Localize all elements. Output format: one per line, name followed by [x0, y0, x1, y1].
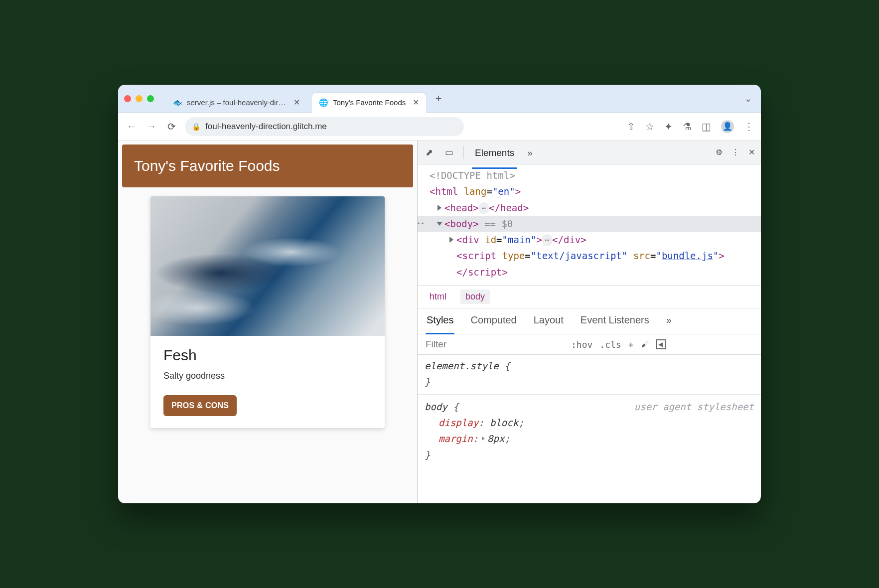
styles-tabstrip: Styles Computed Layout Event Listeners »: [418, 308, 761, 334]
crumb-body[interactable]: body: [460, 290, 490, 304]
pros-cons-button[interactable]: PROS & CONS: [163, 395, 237, 416]
subtab-more[interactable]: »: [666, 314, 672, 329]
toggle-sidebar-icon[interactable]: ◀: [656, 339, 666, 349]
hov-toggle[interactable]: :hov: [571, 339, 592, 350]
expand-icon[interactable]: [449, 237, 453, 243]
food-card: Fesh Salty goodness PROS & CONS: [150, 196, 385, 428]
address-bar[interactable]: 🔒 foul-heavenly-direction.glitch.me: [185, 117, 464, 136]
url-text: foul-heavenly-direction.glitch.me: [205, 122, 327, 132]
bookmark-icon[interactable]: ☆: [645, 121, 654, 133]
styles-filter-input[interactable]: [425, 338, 564, 350]
extensions-icon[interactable]: ✦: [664, 121, 673, 133]
new-tab-button[interactable]: +: [431, 91, 446, 106]
styles-pane[interactable]: element.style { } user agent stylesheet …: [418, 355, 761, 463]
window-minimize-icon[interactable]: [136, 95, 143, 102]
card-title: Fesh: [163, 347, 372, 364]
subtab-computed[interactable]: Computed: [470, 314, 516, 329]
expand-icon[interactable]: [438, 205, 441, 211]
back-button[interactable]: ←: [125, 121, 138, 132]
labs-icon[interactable]: ⚗: [683, 121, 692, 133]
sidepanel-icon[interactable]: ◫: [702, 121, 711, 133]
tab-tonys-foods[interactable]: 🌐 Tony's Favorite Foods ✕: [312, 93, 426, 113]
reload-button[interactable]: ⟳: [165, 121, 178, 133]
forward-button[interactable]: →: [145, 121, 158, 132]
tab-label: server.js – foul-heavenly-direct: [187, 98, 287, 107]
content-area: Tony's Favorite Foods Fesh Salty goodnes…: [118, 141, 761, 503]
rendered-page: Tony's Favorite Foods Fesh Salty goodnes…: [118, 141, 417, 503]
close-icon[interactable]: ✕: [293, 98, 300, 107]
dom-breadcrumbs: html body: [418, 286, 761, 308]
window-close-icon[interactable]: [124, 95, 131, 102]
globe-favicon-icon: 🌐: [319, 98, 328, 107]
tab-strip: 🐟 server.js – foul-heavenly-direct ✕ 🌐 T…: [118, 85, 761, 113]
tabs-menu-icon[interactable]: ⌄: [744, 93, 752, 104]
window-zoom-icon[interactable]: [147, 95, 154, 102]
close-devtools-icon[interactable]: ✕: [748, 147, 755, 157]
subtab-layout[interactable]: Layout: [534, 314, 564, 329]
subtab-event-listeners[interactable]: Event Listeners: [581, 314, 649, 329]
window-controls: [124, 95, 154, 102]
devtools-tabstrip: ⬈ ▭ Elements » ⚙ ⋮ ✕: [418, 141, 761, 164]
crumb-html[interactable]: html: [425, 290, 451, 304]
glitch-favicon-icon: 🐟: [173, 98, 182, 107]
card-description: Salty goodness: [163, 371, 372, 381]
settings-icon[interactable]: ⚙: [716, 147, 723, 157]
kebab-menu-icon[interactable]: ⋮: [732, 147, 739, 157]
subtab-styles[interactable]: Styles: [427, 314, 453, 329]
stylesheet-source: user agent stylesheet: [634, 399, 754, 415]
inspect-icon[interactable]: ⬈: [424, 147, 435, 158]
computed-styles-icon[interactable]: 🖌: [641, 340, 649, 349]
cls-toggle[interactable]: .cls: [599, 339, 621, 350]
share-icon[interactable]: ⇧: [627, 121, 635, 133]
device-toggle-icon[interactable]: ▭: [443, 147, 454, 158]
bundle-link[interactable]: bundle.js: [662, 250, 713, 261]
tab-label: Tony's Favorite Foods: [333, 98, 406, 107]
dom-tree[interactable]: <!DOCTYPE html> <html lang="en"> <head>⋯…: [418, 164, 761, 286]
new-rule-button[interactable]: +: [628, 339, 634, 350]
tab-more[interactable]: »: [525, 143, 535, 162]
dom-doctype: <!DOCTYPE html>: [430, 170, 515, 181]
close-icon[interactable]: ✕: [413, 98, 419, 107]
tab-server-js[interactable]: 🐟 server.js – foul-heavenly-direct ✕: [166, 93, 307, 113]
kebab-menu-icon[interactable]: ⋮: [744, 121, 754, 133]
tab-elements[interactable]: Elements: [473, 143, 516, 162]
collapse-icon[interactable]: [437, 222, 442, 226]
browser-window: 🐟 server.js – foul-heavenly-direct ✕ 🌐 T…: [118, 85, 761, 503]
dom-selected-body[interactable]: <body> == $0: [418, 216, 761, 232]
lock-icon: 🔒: [192, 123, 200, 131]
food-image: [150, 196, 385, 336]
devtools-panel: ⬈ ▭ Elements » ⚙ ⋮ ✕ <!DOCTYPE html> <ht…: [417, 141, 761, 503]
profile-avatar[interactable]: 👤: [721, 120, 734, 133]
toolbar: ← → ⟳ 🔒 foul-heavenly-direction.glitch.m…: [118, 113, 761, 141]
styles-filter-bar: :hov .cls + 🖌 ◀: [418, 334, 761, 355]
page-title: Tony's Favorite Foods: [122, 145, 413, 187]
